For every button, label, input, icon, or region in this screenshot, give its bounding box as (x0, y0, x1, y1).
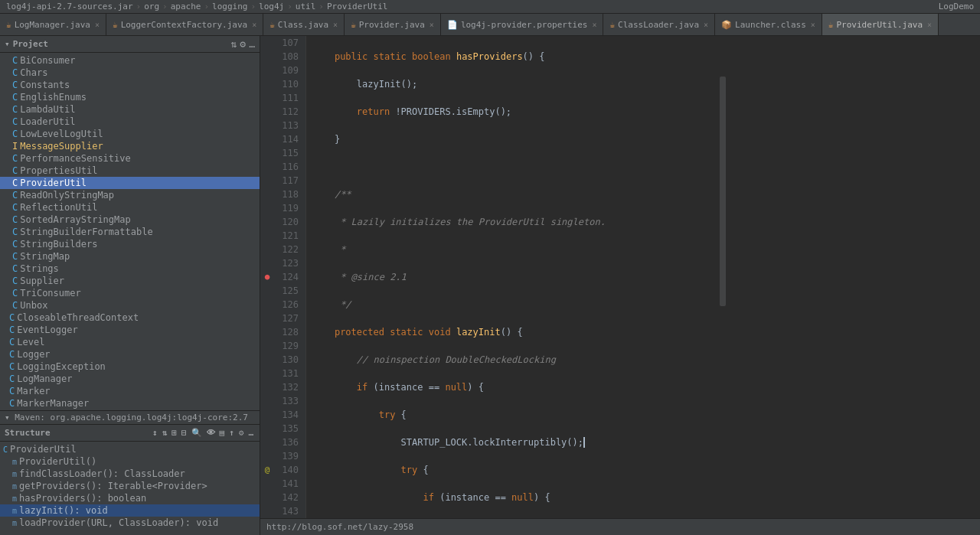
class-icon: C (12, 300, 18, 311)
tree-item[interactable]: C Marker (0, 385, 260, 397)
tree-item[interactable]: C StringBuilderFormattable (0, 226, 260, 238)
tab-logmanager[interactable]: ☕ LogManager.java × (0, 14, 106, 35)
code-line-118: // noinspection DoubleCheckedLocking (312, 353, 980, 367)
tree-item[interactable]: C TriConsumer (0, 287, 260, 299)
close-icon[interactable]: × (333, 21, 338, 29)
close-icon[interactable]: × (704, 21, 708, 29)
sort-icon[interactable]: ⇅ (161, 427, 169, 439)
tree-item[interactable]: C LogManager (0, 373, 260, 385)
class-icon: C (9, 325, 15, 335)
visibility-icon[interactable]: 👁 (205, 427, 217, 439)
tab-launcher[interactable]: 📦 Launcher.class × (715, 14, 822, 35)
tree-item[interactable]: C PropertiesUtil (0, 165, 260, 177)
expand-icon[interactable]: ▾ (5, 39, 10, 49)
tab-log4j-provider[interactable]: 📄 log4j-provider.properties × (441, 14, 604, 35)
tree-item[interactable]: C ReadOnlyStringMap (0, 189, 260, 201)
tree-item[interactable]: C LowLevelLogUtil (0, 128, 260, 140)
more-icon[interactable]: … (249, 38, 255, 50)
tree-item[interactable]: C SortedArrayStringMap (0, 214, 260, 226)
tree-item[interactable]: C StringMap (0, 250, 260, 263)
class-icon: C (12, 165, 18, 176)
tab-loggercontextfactory[interactable]: ☕ LoggerContextFactory.java × (106, 14, 263, 35)
tree-item-messagesupplier[interactable]: I MessageSupplier (0, 140, 260, 152)
class-icon: C (12, 129, 18, 139)
inherited-icon[interactable]: ↑ (227, 427, 236, 439)
method-icon: m (12, 458, 17, 466)
breadcrumb-jar[interactable]: log4j-api-2.7-sources.jar (6, 2, 133, 11)
code-line-115: * @since 2.1 (312, 270, 980, 284)
struct-item-hasproviders[interactable]: m hasProviders(): boolean (0, 492, 260, 504)
struct-item-loadprovider[interactable]: m loadProvider(URL, ClassLoader): void (0, 517, 260, 529)
tab-provider[interactable]: ☕ Provider.java × (345, 14, 441, 35)
tree-item[interactable]: C BiConsumer (0, 54, 260, 67)
class-icon: C (12, 178, 18, 188)
breadcrumb-logging[interactable]: logging (212, 2, 247, 11)
code-editor: ·107 108 109 110 111 112 113 114 115 116… (260, 36, 980, 535)
tree-item[interactable]: C Chars (0, 67, 260, 79)
tab-class[interactable]: ☕ Class.java × (263, 14, 345, 35)
maven-label[interactable]: ▾ Maven: org.apache.logging.log4j:log4j-… (0, 410, 260, 424)
code-content[interactable]: public static boolean hasProviders() { l… (306, 36, 980, 518)
tab-classloader[interactable]: ☕ ClassLoader.java × (603, 14, 715, 35)
struct-item-constructor[interactable]: m ProviderUtil() (0, 455, 260, 468)
tree-item[interactable]: C PerformanceSensitive (0, 152, 260, 165)
breadcrumb-providerutil[interactable]: ProviderUtil (327, 2, 387, 11)
tree-item[interactable]: C EventLogger (0, 324, 260, 336)
class-icon: C (9, 398, 15, 409)
collapse-all-icon[interactable]: ⊟ (180, 427, 188, 439)
close-icon[interactable]: × (811, 21, 815, 29)
struct-item-class[interactable]: C ProviderUtil (0, 443, 260, 455)
close-icon[interactable]: × (927, 21, 932, 29)
filter-icon[interactable]: 🔍 (190, 427, 204, 439)
class-icon: C (9, 374, 15, 384)
tree-item[interactable]: C Strings (0, 263, 260, 275)
close-icon[interactable]: × (95, 21, 100, 29)
close-icon[interactable]: × (592, 21, 596, 29)
tree-item[interactable]: C LambdaUtil (0, 103, 260, 116)
group-icon[interactable]: ▤ (218, 427, 227, 439)
method-icon: m (12, 494, 17, 503)
struct-item-findclassloader[interactable]: m findClassLoader(): ClassLoader (0, 468, 260, 480)
gear-icon[interactable]: ⚙ (240, 38, 246, 50)
tree-item[interactable]: C LoaderUtil (0, 116, 260, 128)
tree-item-unbox[interactable]: C Unbox (0, 299, 260, 312)
tree-item[interactable]: C ReflectionUtil (0, 201, 260, 214)
main-content: ▾ Project ⇅ ⚙ … C BiConsumer C Chars C C… (0, 36, 980, 535)
project-tree[interactable]: C BiConsumer C Chars C Constants C Engli… (0, 53, 260, 410)
breadcrumb-util[interactable]: util (296, 2, 316, 11)
settings-icon[interactable]: ⚙ (237, 427, 246, 439)
method-icon: m (12, 470, 17, 478)
code-line-113: * Lazily initializes the ProviderUtil si… (312, 215, 980, 229)
more-icon[interactable]: … (247, 427, 255, 439)
tree-item[interactable]: C Level (0, 336, 260, 348)
breadcrumb-log4j[interactable]: log4j (259, 2, 284, 11)
code-scroll[interactable]: ·107 108 109 110 111 112 113 114 115 116… (260, 36, 980, 518)
tree-item[interactable]: C StringBuilders (0, 238, 260, 250)
structure-content: C ProviderUtil m ProviderUtil() m findCl… (0, 442, 260, 535)
close-icon[interactable]: × (430, 21, 434, 29)
sync-icon[interactable]: ⇅ (231, 38, 237, 50)
tree-item[interactable]: C Supplier (0, 275, 260, 287)
close-icon[interactable]: × (252, 21, 256, 29)
struct-item-getproviders[interactable]: m getProviders(): Iterable<Provider> (0, 480, 260, 492)
tree-item[interactable]: C CloseableThreadContext (0, 312, 260, 324)
tree-item[interactable]: C Constants (0, 79, 260, 91)
expand-all-icon[interactable]: ⊞ (170, 427, 178, 439)
tree-item[interactable]: C MarkerManager (0, 397, 260, 409)
breadcrumb-org[interactable]: org (144, 2, 159, 11)
tree-item[interactable]: C LoggingException (0, 360, 260, 373)
code-line-111 (312, 160, 980, 174)
project-header: ▾ Project ⇅ ⚙ … (0, 36, 260, 53)
class-icon: C (12, 263, 18, 274)
structure-header: Structure ↕ ⇅ ⊞ ⊟ 🔍 👁 ▤ ↑ ⚙ … (0, 425, 260, 442)
tree-item-providerutil[interactable]: C ProviderUtil (0, 177, 260, 189)
breadcrumb-apache[interactable]: apache (171, 2, 201, 11)
sort-alpha-icon[interactable]: ↕ (151, 427, 159, 439)
tab-providerutil[interactable]: ☕ ProviderUtil.java × (822, 14, 939, 35)
class-icon: C (9, 312, 15, 323)
tree-item[interactable]: C EnglishEnums (0, 91, 260, 103)
struct-item-lazyinit[interactable]: m lazyInit(): void (0, 504, 260, 517)
java-icon: ☕ (609, 20, 615, 30)
class-icon: C (12, 276, 18, 286)
tree-item[interactable]: C Logger (0, 348, 260, 360)
